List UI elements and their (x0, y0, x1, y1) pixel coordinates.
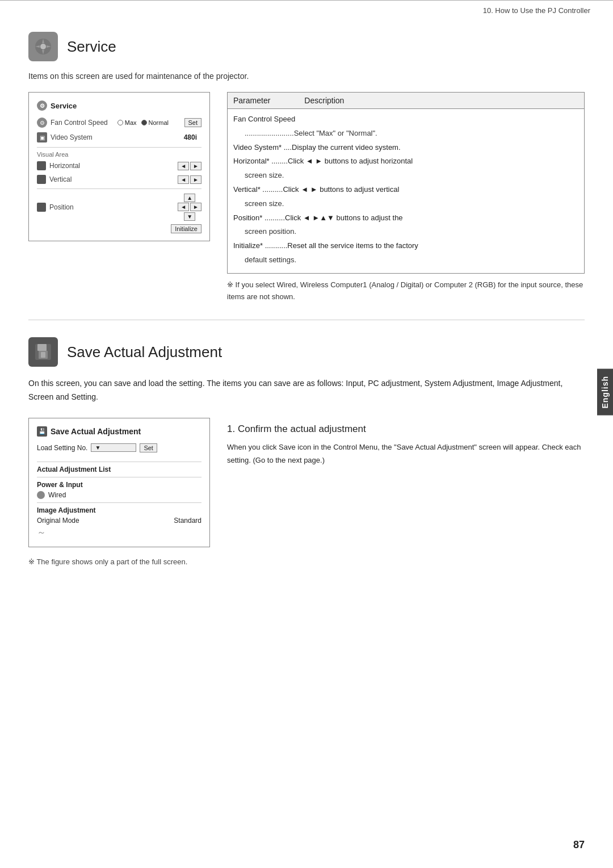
param-position-desc: Position* ..........Click ◄ ►▲▼ buttons … (233, 212, 578, 224)
mockup-title: Service (51, 102, 77, 110)
save-set-btn[interactable]: Set (140, 443, 157, 452)
save-mockup-icon: 💾 (37, 426, 47, 437)
save-wired-icon (37, 491, 45, 499)
bottom-note: ※ The figure shows only a part of the fu… (28, 557, 585, 566)
save-icon (28, 337, 58, 367)
mockup-visual-area: Visual Area Horizontal ◄ ► Vertical (37, 147, 201, 184)
save-actual-list-label: Actual Adjustment List (37, 466, 201, 473)
section-divider (28, 320, 585, 320)
param-col1: Parameter (233, 96, 270, 105)
save-original-mode-row: Original Mode Standard (37, 517, 201, 525)
param-col2: Description (304, 96, 344, 105)
mockup-video-icon: ▣ (37, 132, 47, 142)
service-content: ⚙ Service ⚙ Fan Control Speed Max (28, 92, 585, 303)
mockup-horizontal-row: Horizontal ◄ ► (37, 161, 201, 170)
mockup-vertical-left-btn[interactable]: ◄ (178, 175, 189, 184)
save-divider1 (37, 462, 201, 462)
save-content: 💾 Save Actual Adjustment Load Setting No… (28, 418, 585, 547)
service-heading: Service (28, 32, 585, 61)
mockup-visual-label: Visual Area (37, 151, 201, 158)
save-load-select[interactable]: ▼ (91, 443, 136, 452)
save-power-input-label: Power & Input (37, 481, 201, 489)
mockup-vertical-label: Vertical (49, 175, 174, 183)
save-heading: Save Actual Adjustment (28, 337, 585, 367)
radio-normal-dot (141, 120, 147, 125)
save-divider3 (37, 502, 201, 503)
mockup-horizontal-right-btn[interactable]: ► (190, 162, 201, 170)
param-position-desc2: screen position. (233, 226, 578, 238)
save-intro: On this screen, you can save and load th… (28, 377, 585, 404)
header-title: 10. How to Use the PJ Controller (483, 6, 590, 15)
save-divider2 (37, 477, 201, 477)
mockup-vertical-right-btn[interactable]: ► (190, 175, 201, 184)
save-more-indicator: ～ (37, 527, 201, 539)
mockup-fan-row: ⚙ Fan Control Speed Max Normal Set (37, 118, 201, 128)
param-video-desc: Video System* ....Display the current vi… (233, 142, 578, 154)
save-wired-label: Wired (48, 491, 66, 499)
mockup-position-down-btn[interactable]: ▼ (184, 212, 195, 221)
mockup-position-right-btn[interactable]: ► (190, 203, 201, 211)
save-original-mode-label: Original Mode (37, 517, 170, 525)
param-header: Parameter Description (228, 93, 584, 109)
save-confirm-col: 1. Confirm the actual adjustment When yo… (227, 418, 585, 547)
mockup-position-label: Position (49, 203, 174, 211)
service-intro: Items on this screen are used for mainte… (28, 72, 585, 81)
mockup-horizontal-icon (37, 161, 46, 170)
confirm-text: When you click Save icon in the Control … (227, 441, 585, 467)
confirm-heading: 1. Confirm the actual adjustment (227, 423, 585, 435)
mockup-video-row: ▣ Video System 480i (37, 132, 201, 142)
save-image-adj-label: Image Adjustment (37, 506, 201, 514)
svg-rect-5 (41, 352, 45, 358)
asterisk-note: ※ If you select Wired, Wireless Computer… (227, 279, 585, 303)
mockup-video-value: 480i (184, 133, 197, 141)
mockup-horizontal-label: Horizontal (49, 162, 174, 170)
param-vertical-desc: Vertical* ..........Click ◄ ► buttons to… (233, 184, 578, 196)
svg-point-1 (40, 44, 46, 49)
service-param-table: Parameter Description Fan Control Speed … (227, 92, 585, 303)
service-icon (28, 32, 58, 61)
english-tab: English (597, 369, 613, 416)
save-title: Save Actual Adjustment (67, 343, 222, 361)
service-mockup: ⚙ Service ⚙ Fan Control Speed Max (28, 92, 210, 303)
mockup-vertical-row: Vertical ◄ ► (37, 175, 201, 184)
page-number: 87 (573, 839, 585, 851)
mockup-position-row: Position ▲ ◄ ► ▼ (37, 188, 201, 220)
radio-max-dot (117, 120, 123, 125)
mockup-radio-normal: Normal (141, 119, 169, 126)
mockup-initialize-btn[interactable]: Initialize (171, 224, 201, 233)
param-vertical-desc2: screen size. (233, 198, 578, 210)
mockup-position-icon (37, 203, 46, 212)
mockup-vertical-icon (37, 175, 46, 184)
save-load-label: Load Setting No. (37, 444, 87, 452)
svg-rect-3 (37, 344, 47, 351)
mockup-fan-label: Fan Control Speed (51, 119, 114, 127)
page-header: 10. How to Use the PJ Controller (0, 0, 613, 20)
param-fan-label: Fan Control Speed (233, 114, 578, 125)
mockup-position-left-btn[interactable]: ◄ (178, 203, 189, 211)
param-horizontal-desc2: screen size. (233, 170, 578, 182)
mockup-position-up-btn[interactable]: ▲ (184, 194, 195, 202)
save-mockup: 💾 Save Actual Adjustment Load Setting No… (28, 418, 210, 547)
param-initialize-desc2: default settings. (233, 254, 578, 266)
mockup-fan-set-btn[interactable]: Set (184, 118, 202, 127)
mockup-radio-max: Max (117, 119, 137, 126)
save-original-mode-value: Standard (174, 517, 201, 525)
mockup-video-label: Video System (51, 133, 180, 141)
save-wired-row: Wired (37, 491, 201, 499)
param-body: Fan Control Speed ......................… (228, 109, 584, 273)
mockup-horizontal-left-btn[interactable]: ◄ (178, 162, 189, 170)
mockup-service-icon: ⚙ (37, 100, 47, 111)
param-horizontal-desc: Horizontal* ........Click ◄ ► buttons to… (233, 156, 578, 167)
param-fan-desc: ........................Select "Max" or … (233, 128, 578, 140)
mockup-fan-icon: ⚙ (37, 118, 47, 128)
param-initialize-desc: Initialize* ...........Reset all the ser… (233, 240, 578, 252)
save-load-row: Load Setting No. ▼ Set (37, 443, 201, 457)
service-title: Service (67, 38, 116, 56)
save-mockup-title-text: Save Actual Adjustment (51, 427, 141, 436)
